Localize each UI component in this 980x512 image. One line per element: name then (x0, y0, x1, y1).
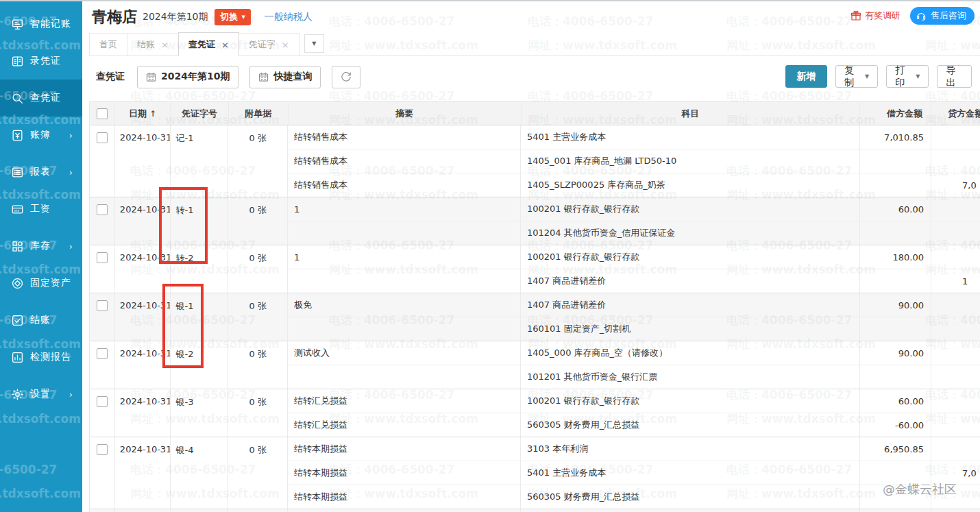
voucher-lines: 结转本期损益 3103 本年利润 6,950.85 结转本期损益 5401 主营… (288, 437, 980, 509)
topbar-right: 有奖调研 售后咨询 (850, 7, 975, 25)
tab-closing[interactable]: 结账 × (127, 33, 179, 56)
voucher-line[interactable]: 结转销售成本 1405_001 库存商品_地漏 LTD50-10 (288, 149, 980, 173)
row-checkbox[interactable] (97, 444, 108, 455)
tab-close-icon[interactable]: × (161, 40, 169, 50)
voucher-line[interactable]: 结转本期损益 560305 财务费用_汇总损益 (288, 485, 980, 509)
voucher-line[interactable]: 结转本期损益 5401 主营业务成本 7,0 (288, 461, 980, 485)
caret-down-icon: ▼ (916, 73, 920, 80)
sidebar-item-check-report[interactable]: 检测报告 (0, 339, 82, 376)
line-debit-amount: 6,950.85 (860, 437, 931, 461)
row-checkbox[interactable] (97, 252, 108, 263)
voucher-line[interactable]: 结转汇兑损益 560305 财务费用_汇总损益 -60.00 (288, 413, 980, 437)
voucher-group: 2024-10-31 银-2 0 张 测试收入 1405_000 库存商品_空（… (90, 341, 980, 389)
tab-label: 结账 (137, 38, 155, 51)
sidebar-item-reports[interactable]: 报表 › (0, 154, 82, 191)
line-summary: 结转本期损益 (288, 485, 521, 509)
export-button[interactable]: 导出 (937, 65, 972, 88)
row-checkbox[interactable] (97, 348, 108, 359)
toolbar: 查凭证 2024年第10期 快捷查询 (96, 65, 371, 88)
voucher-line[interactable]: 极免 1407 商品进销差价 90.00 (288, 293, 980, 317)
line-summary (288, 365, 521, 389)
tab-label: 首页 (99, 38, 117, 51)
voucher-line[interactable]: 结转汇兑损益 100201 银行存款_银行存款 60.00 (288, 389, 980, 413)
tab-voucher-query[interactable]: 查凭证 × (178, 32, 239, 56)
sidebar-item-settings[interactable]: 设置 › (0, 376, 82, 413)
voucher-line[interactable]: 结转本期损益 3103 本年利润 6,950.85 (288, 437, 980, 461)
chevron-right-icon: › (69, 389, 82, 400)
refresh-icon (340, 71, 352, 83)
line-debit-amount (860, 173, 931, 197)
survey-link[interactable]: 有奖调研 (850, 10, 901, 22)
row-select-cell (90, 437, 115, 509)
toolbar-right: 新增 复制 ▼ 打印 ▼ 导出 (785, 65, 980, 88)
voucher-number: 银-5 (171, 509, 229, 512)
voucher-line[interactable]: 结转销售成本 1405_SLZP00025 库存商品_奶茶 7,0 (288, 173, 980, 197)
print-button[interactable]: 打印 ▼ (886, 65, 929, 88)
voucher-line[interactable]: 1 100201 银行存款_银行存款 180.00 (288, 245, 980, 269)
voucher-attachments: 0 张 (228, 125, 288, 197)
line-credit-amount (931, 365, 980, 389)
voucher-line[interactable]: 101201 其他货币资金_银行汇票 (288, 365, 980, 389)
voucher-number: 银-2 (171, 341, 229, 389)
add-voucher-button[interactable]: 新增 (785, 65, 827, 88)
sidebar-item-payroll[interactable]: 工资 (0, 191, 82, 228)
voucher-lines: 1 100201 银行存款_银行存款 180.00 1407 商品进销差价 1 (288, 245, 980, 293)
voucher-group: 2024-10-31 转-2 0 张 1 100201 银行存款_银行存款 18… (90, 245, 980, 293)
voucher-lines: 测试收入 1405_000 库存商品_空（请修改） 90.00 101201 其… (288, 341, 980, 389)
sidebar-item-ledger[interactable]: 账簿 › (0, 117, 82, 154)
voucher-line[interactable]: 购入冰箱 160102 固定资产_冰箱 8,100.00 (288, 509, 980, 512)
quick-query-button[interactable]: 快捷查询 (249, 66, 321, 88)
tab-voucher-type[interactable]: 凭证字 × (238, 33, 299, 56)
support-button[interactable]: 售后咨询 (910, 7, 975, 25)
sidebar-item-smart-accounting[interactable]: 智能记账 (0, 5, 82, 42)
voucher-date: 2024-10-31 (115, 197, 171, 245)
line-account: 5401 主营业务成本 (521, 461, 860, 485)
copy-button[interactable]: 复制 ▼ (835, 65, 878, 88)
switch-account-button[interactable]: 切换 ▼ (215, 9, 250, 25)
voucher-attachments: 0 张 (228, 245, 288, 293)
header-summary: 摘要 (289, 102, 522, 125)
row-checkbox[interactable] (97, 396, 108, 407)
line-summary: 结转汇兑损益 (288, 413, 521, 437)
sidebar-item-label: 库存 (30, 240, 51, 252)
row-checkbox[interactable] (97, 300, 108, 311)
line-account: 560305 财务费用_汇总损益 (521, 413, 860, 437)
tab-close-icon[interactable]: × (282, 40, 289, 50)
voucher-line[interactable]: 160101 固定资产_切割机 (288, 317, 980, 341)
select-all-checkbox[interactable] (97, 108, 108, 119)
line-account: 1405_000 库存商品_空（请修改） (521, 341, 860, 365)
settings-icon (10, 387, 24, 401)
voucher-line[interactable]: 测试收入 1405_000 库存商品_空（请修改） 90.00 (288, 341, 980, 365)
topbar: 青梅店 2024年第10期 切换 ▼ 一般纳税人 (82, 1, 980, 33)
period-select-button[interactable]: 2024年第10期 (137, 66, 238, 88)
header-date[interactable]: 日期↑ (115, 102, 171, 125)
line-debit-amount: 90.00 (860, 293, 931, 317)
voucher-group: 2024-10-31 银-4 0 张 结转本期损益 3103 本年利润 6,95… (90, 437, 980, 509)
tab-close-icon[interactable]: × (221, 40, 229, 50)
sidebar-item-voucher-entry[interactable]: 录凭证 (0, 42, 82, 80)
sidebar-item-voucher-query[interactable]: 查凭证 (0, 80, 82, 117)
line-credit-amount (931, 125, 980, 149)
sidebar-item-inventory[interactable]: 库存 › (0, 228, 82, 265)
refresh-button[interactable] (332, 66, 360, 88)
voucher-line[interactable]: 101204 其他货币资金_信用证保证金 (288, 221, 980, 245)
window-top-border (0, 0, 980, 1)
copy-label: 复制 (844, 64, 860, 89)
sidebar-item-closing[interactable]: 结账 (0, 302, 82, 339)
tab-overflow-button[interactable]: ▼ (304, 34, 324, 53)
header-voucher-no: 凭证字号 (171, 102, 229, 125)
inventory-icon (10, 239, 24, 253)
reports-icon (10, 165, 24, 179)
line-summary: 1 (288, 245, 521, 269)
tab-home[interactable]: 首页 (89, 33, 127, 56)
voucher-group: 2024-10-31 银-5 0 张 购入冰箱 160102 固定资产_冰箱 8… (90, 509, 980, 512)
row-checkbox[interactable] (97, 204, 108, 215)
line-credit-amount (931, 413, 980, 437)
row-select-cell (90, 125, 115, 197)
voucher-attachments: 0 张 (228, 509, 288, 512)
voucher-line[interactable]: 1 100201 银行存款_银行存款 60.00 (288, 197, 980, 221)
row-checkbox[interactable] (97, 132, 108, 143)
voucher-line[interactable]: 结转销售成本 5401 主营业务成本 7,010.85 (288, 125, 980, 149)
sidebar-item-fixed-assets[interactable]: 固定资产 (0, 265, 82, 302)
voucher-line[interactable]: 1407 商品进销差价 1 (288, 269, 980, 293)
